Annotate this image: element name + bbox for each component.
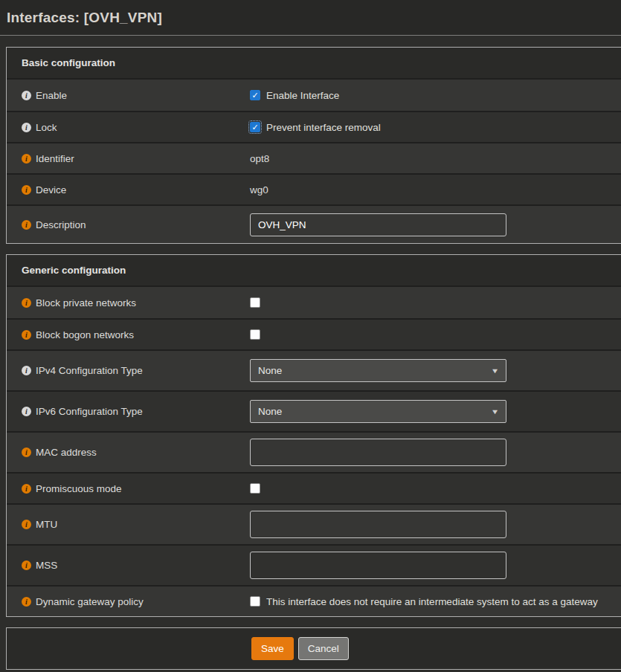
- info-icon[interactable]: [22, 123, 31, 132]
- chevron-down-icon: [491, 367, 500, 375]
- page-title: Interfaces: [OVH_VPN]: [7, 10, 162, 26]
- info-icon[interactable]: [22, 185, 31, 195]
- info-icon[interactable]: [22, 154, 31, 164]
- checkbox-label: Prevent interface removal: [266, 122, 381, 133]
- ipv6-type-select[interactable]: None: [250, 400, 506, 423]
- chevron-down-icon: [491, 408, 500, 416]
- field-label: Dynamic gateway policy: [36, 596, 144, 607]
- row-lock: Lock Prevent interface removal: [7, 111, 621, 142]
- row-dynamic-gateway: Dynamic gateway policy This interface do…: [7, 585, 621, 616]
- field-label: Description: [36, 219, 86, 230]
- block-private-checkbox[interactable]: [250, 297, 260, 308]
- checkbox-label: This interface does not require an inter…: [266, 596, 598, 607]
- mss-input[interactable]: [250, 552, 506, 579]
- field-label: MAC address: [36, 447, 97, 458]
- block-bogon-checkbox[interactable]: [250, 329, 260, 340]
- field-label: IPv6 Configuration Type: [36, 406, 143, 417]
- info-icon[interactable]: [22, 407, 31, 416]
- row-ipv6-type: IPv6 Configuration Type None: [7, 390, 621, 431]
- section-header-generic: Generic configuration: [7, 255, 621, 287]
- field-label: MTU: [36, 519, 57, 530]
- page-header: Interfaces: [OVH_VPN]: [0, 0, 621, 36]
- device-value: wg0: [250, 184, 268, 196]
- form-actions-panel: Save Cancel: [6, 627, 621, 670]
- row-mss: MSS: [7, 544, 621, 585]
- row-block-bogon: Block bogon networks: [7, 318, 621, 349]
- info-icon[interactable]: [22, 520, 31, 529]
- field-label: Block bogon networks: [36, 329, 134, 340]
- enable-checkbox[interactable]: [250, 90, 260, 100]
- lock-checkbox[interactable]: [250, 122, 260, 132]
- info-icon[interactable]: [22, 330, 31, 340]
- info-icon[interactable]: [22, 298, 31, 308]
- row-mac-address: MAC address: [7, 431, 621, 472]
- info-icon[interactable]: [22, 597, 31, 607]
- checkbox-label: Enable Interface: [266, 90, 339, 101]
- section-title: Generic configuration: [22, 265, 126, 276]
- field-label: Enable: [36, 90, 67, 101]
- section-header-basic: Basic configuration: [7, 48, 621, 80]
- row-enable: Enable Enable Interface: [7, 80, 621, 111]
- row-device: Device wg0: [7, 173, 621, 204]
- field-label: Lock: [36, 122, 57, 133]
- basic-configuration-panel: Basic configuration Enable Enable Interf…: [6, 47, 621, 244]
- row-description: Description: [7, 204, 621, 243]
- mac-address-input[interactable]: [250, 439, 506, 466]
- promiscuous-checkbox[interactable]: [250, 483, 260, 494]
- info-icon[interactable]: [22, 560, 31, 570]
- row-ipv4-type: IPv4 Configuration Type None: [7, 349, 621, 390]
- mtu-input[interactable]: [250, 511, 506, 538]
- field-label: Block private networks: [36, 297, 136, 308]
- field-label: Promiscuous mode: [36, 483, 122, 494]
- row-mtu: MTU: [7, 503, 621, 544]
- select-value: None: [258, 365, 282, 376]
- info-icon[interactable]: [22, 366, 31, 375]
- row-identifier: Identifier opt8: [7, 142, 621, 173]
- field-label: Device: [36, 184, 66, 196]
- info-icon[interactable]: [22, 448, 31, 457]
- select-value: None: [258, 406, 282, 417]
- section-title: Basic configuration: [22, 57, 115, 68]
- info-icon[interactable]: [22, 91, 31, 100]
- row-block-private: Block private networks: [7, 287, 621, 318]
- dynamic-gateway-checkbox[interactable]: [250, 596, 260, 607]
- field-label: MSS: [36, 560, 57, 571]
- identifier-value: opt8: [250, 153, 269, 164]
- save-button[interactable]: Save: [251, 637, 294, 660]
- ipv4-type-select[interactable]: None: [250, 359, 506, 382]
- generic-configuration-panel: Generic configuration Block private netw…: [6, 254, 621, 617]
- description-input[interactable]: [250, 213, 506, 236]
- info-icon[interactable]: [22, 220, 31, 230]
- field-label: Identifier: [36, 153, 74, 164]
- field-label: IPv4 Configuration Type: [36, 365, 143, 376]
- row-promiscuous: Promiscuous mode: [7, 472, 621, 503]
- cancel-button[interactable]: Cancel: [298, 637, 349, 660]
- info-icon[interactable]: [22, 484, 31, 494]
